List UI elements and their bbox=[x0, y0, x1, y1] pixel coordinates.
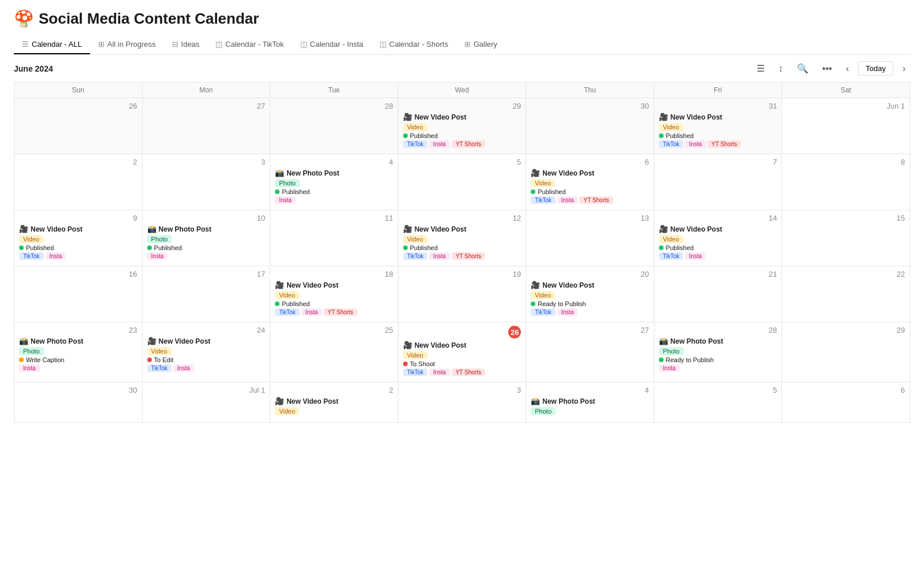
event-2-3-0[interactable]: 🎥New Video PostVideoPublishedTikTokInsta… bbox=[403, 225, 521, 260]
calendar-cell-week1-day4: 6🎥New Video PostVideoPublishedTikTokInst… bbox=[526, 154, 654, 210]
calendar-cell-week4-day0: 23📸New Photo PostPhotoWrite CaptionInsta bbox=[14, 322, 143, 382]
day-number-7: 7 bbox=[659, 158, 777, 166]
day-number-2: 2 bbox=[19, 158, 137, 166]
day-number-29: 29 bbox=[403, 102, 521, 110]
event-1-2-0[interactable]: 📸New Photo PostPhotoPublishedInsta bbox=[275, 169, 393, 204]
day-number-29: 29 bbox=[787, 326, 905, 334]
day-number-5: 5 bbox=[659, 386, 777, 394]
platform-tags: Insta bbox=[659, 364, 777, 372]
calendar-cell-week1-day1: 3 bbox=[142, 154, 270, 210]
event-3-2-0[interactable]: 🎥New Video PostVideoPublishedTikTokInsta… bbox=[275, 281, 393, 316]
day-number-6: 6 bbox=[531, 158, 649, 166]
platform-tag-insta: Insta bbox=[429, 368, 450, 376]
filter-button[interactable]: ☰ bbox=[752, 61, 769, 76]
event-0-5-0[interactable]: 🎥New Video PostVideoPublishedTikTokInsta… bbox=[659, 113, 777, 148]
weekday-header-tue: Tue bbox=[270, 83, 398, 98]
platform-tag-tiktok: TikTok bbox=[147, 364, 172, 372]
day-number-Jun-1: Jun 1 bbox=[787, 102, 905, 110]
type-tag: Video bbox=[403, 235, 427, 243]
event-0-3-0[interactable]: 🎥New Video PostVideoPublishedTikTokInsta… bbox=[403, 113, 521, 148]
tab-calendar-tiktok[interactable]: ◫Calendar - TikTok bbox=[207, 35, 292, 54]
calendar-cell-week0-day2: 28 bbox=[270, 98, 398, 154]
calendar-cell-week0-day5: 31🎥New Video PostVideoPublishedTikTokIns… bbox=[654, 98, 782, 154]
prev-month-button[interactable]: ‹ bbox=[841, 61, 854, 76]
platform-tags: TikTokInstaYT Shorts bbox=[403, 252, 521, 260]
event-title-text: New Video Post bbox=[415, 341, 467, 349]
tab-all-in-progress[interactable]: ⊞All in Progress bbox=[90, 35, 164, 54]
platform-tags: TikTokInsta bbox=[659, 252, 777, 260]
platform-tags: TikTokInstaYT Shorts bbox=[403, 140, 521, 148]
event-4-0-0[interactable]: 📸New Photo PostPhotoWrite CaptionInsta bbox=[19, 337, 137, 372]
calendar-cell-week0-day3: 29🎥New Video PostVideoPublishedTikTokIns… bbox=[398, 98, 526, 154]
event-1-4-0[interactable]: 🎥New Video PostVideoPublishedTikTokInsta… bbox=[531, 169, 649, 204]
search-button[interactable]: 🔍 bbox=[792, 61, 813, 76]
event-emoji: 📸 bbox=[147, 225, 157, 233]
status-dot bbox=[147, 245, 152, 250]
type-tag: Video bbox=[403, 123, 427, 131]
event-4-1-0[interactable]: 🎥New Video PostVideoTo EditTikTokInsta bbox=[147, 337, 266, 372]
type-tag: Video bbox=[147, 347, 172, 355]
event-status: Published bbox=[531, 188, 649, 195]
event-4-3-0[interactable]: 🎥New Video PostVideoTo ShootTikTokInstaY… bbox=[403, 341, 521, 376]
event-title: 📸New Photo Post bbox=[659, 337, 777, 345]
event-3-4-0[interactable]: 🎥New Video PostVideoReady to PublishTikT… bbox=[531, 281, 649, 316]
day-number-8: 8 bbox=[787, 158, 905, 166]
event-status: Published bbox=[659, 132, 777, 139]
event-emoji: 🎥 bbox=[531, 169, 540, 177]
event-5-2-0[interactable]: 🎥New Video PostVideo bbox=[275, 397, 393, 416]
calendar-cell-week4-day1: 24🎥New Video PostVideoTo EditTikTokInsta bbox=[142, 322, 270, 382]
day-number-9: 9 bbox=[19, 214, 137, 222]
tab-calendar-all[interactable]: ☰Calendar - ALL bbox=[14, 35, 90, 54]
day-number-28: 28 bbox=[275, 102, 393, 110]
event-2-0-0[interactable]: 🎥New Video PostVideoPublishedTikTokInsta bbox=[19, 225, 137, 260]
event-2-1-0[interactable]: 📸New Photo PostPhotoPublishedInsta bbox=[147, 225, 266, 260]
day-number-4: 4 bbox=[275, 158, 393, 166]
status-label: Published bbox=[410, 244, 438, 251]
platform-tag-insta: Insta bbox=[659, 364, 680, 372]
today-button[interactable]: Today bbox=[858, 61, 893, 76]
tab-calendar-shorts[interactable]: ◫Calendar - Shorts bbox=[371, 35, 456, 54]
tab-ideas[interactable]: ⊟Ideas bbox=[164, 35, 208, 54]
tab-label-ideas: Ideas bbox=[181, 40, 200, 49]
event-title: 🎥New Video Post bbox=[403, 113, 521, 121]
day-number-10: 10 bbox=[147, 214, 266, 222]
more-button[interactable]: ••• bbox=[818, 61, 837, 76]
calendar-cell-week5-day6: 6 bbox=[782, 382, 910, 423]
status-label: Published bbox=[410, 132, 438, 139]
event-5-4-0[interactable]: 📸New Photo PostPhoto bbox=[531, 397, 649, 416]
platform-tag-insta: Insta bbox=[685, 140, 706, 148]
weekday-header-mon: Mon bbox=[142, 83, 270, 98]
type-tag: Video bbox=[659, 123, 683, 131]
next-month-button[interactable]: › bbox=[898, 61, 910, 76]
platform-tags: TikTokInstaYT Shorts bbox=[659, 140, 777, 148]
status-label: To Edit bbox=[154, 356, 174, 363]
event-4-5-0[interactable]: 📸New Photo PostPhotoReady to PublishInst… bbox=[659, 337, 777, 372]
day-number-28: 28 bbox=[659, 326, 777, 334]
platform-tag-insta: Insta bbox=[301, 308, 322, 316]
status-label: Ready to Publish bbox=[538, 300, 586, 307]
platform-tag-tiktok: TikTok bbox=[403, 252, 428, 260]
event-emoji: 📸 bbox=[659, 337, 668, 345]
event-title-text: New Video Post bbox=[286, 281, 338, 289]
calendar-cell-week2-day1: 10📸New Photo PostPhotoPublishedInsta bbox=[142, 210, 270, 266]
tab-gallery[interactable]: ⊞Gallery bbox=[456, 35, 505, 54]
platform-tag-yt-shorts: YT Shorts bbox=[579, 196, 613, 204]
platform-tags: TikTokInstaYT Shorts bbox=[275, 308, 393, 316]
type-tag: Photo bbox=[147, 235, 172, 243]
calendar-cell-week5-day5: 5 bbox=[654, 382, 782, 423]
event-2-5-0[interactable]: 🎥New Video PostVideoPublishedTikTokInsta bbox=[659, 225, 777, 260]
sort-button[interactable]: ↕ bbox=[774, 61, 788, 76]
status-dot bbox=[659, 245, 664, 250]
tab-icon-all-in-progress: ⊞ bbox=[98, 40, 105, 49]
platform-tag-yt-shorts: YT Shorts bbox=[323, 308, 357, 316]
platform-tag-insta: Insta bbox=[46, 252, 66, 260]
tab-label-all-in-progress: All in Progress bbox=[107, 40, 156, 49]
app-title: 🍄 Social Media Content Calendar bbox=[14, 9, 910, 28]
day-number-31: 31 bbox=[659, 102, 777, 110]
platform-tags: TikTokInsta bbox=[531, 308, 649, 316]
day-number-20: 20 bbox=[531, 270, 649, 278]
event-title-text: New Video Post bbox=[286, 397, 338, 405]
calendar-cell-week4-day3: 26🎥New Video PostVideoTo ShootTikTokInst… bbox=[398, 322, 526, 382]
tab-calendar-insta[interactable]: ◫Calendar - Insta bbox=[292, 35, 372, 54]
day-number-27: 27 bbox=[147, 102, 266, 110]
